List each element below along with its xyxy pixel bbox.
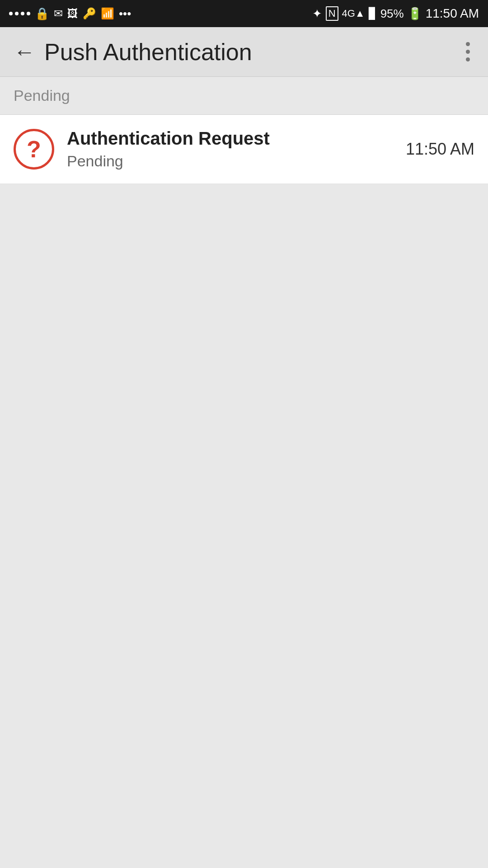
request-time: 11:50 AM (406, 140, 474, 159)
overflow-menu-button[interactable] (461, 38, 474, 66)
battery-percent: 95% (380, 7, 404, 21)
app-bar-left: ← Push Authentication (14, 38, 252, 66)
status-bar-right: ✦ N 4G▲ ▊ 95% 🔋 11:50 AM (312, 6, 479, 21)
question-mark-icon: ? (14, 129, 54, 170)
lock-icon: 🔒 (35, 7, 49, 21)
nfc-icon: N (326, 6, 338, 21)
request-info: Authentication Request Pending (67, 128, 270, 170)
overflow-dot-1 (466, 42, 470, 46)
more-dots: ••• (119, 7, 131, 21)
request-title: Authentication Request (67, 128, 270, 149)
wifi-icon: 📶 (101, 7, 114, 20)
question-mark-symbol: ? (27, 137, 41, 161)
page-title: Push Authentication (44, 38, 252, 66)
request-status-label: Pending (67, 152, 270, 170)
back-button[interactable]: ← (14, 39, 35, 64)
bluetooth-icon: ✦ (312, 7, 322, 21)
signal-icon: ▊ (369, 7, 377, 20)
status-bar: 🔒 ✉ 🖼 🔑 📶 ••• ✦ N 4G▲ ▊ 95% 🔋 11:50 AM (0, 0, 488, 27)
request-card-left: ? Authentication Request Pending (14, 128, 270, 170)
key-icon: 🔑 (83, 7, 96, 20)
overflow-dot-2 (466, 50, 470, 54)
section-header-label: Pending (14, 87, 70, 104)
section-header: Pending (0, 77, 488, 115)
main-content-area (0, 184, 488, 817)
battery-icon: 🔋 (408, 7, 422, 21)
app-bar: ← Push Authentication (0, 27, 488, 77)
authentication-request-card[interactable]: ? Authentication Request Pending 11:50 A… (0, 115, 488, 184)
gmail-icon: ✉ (54, 7, 63, 20)
overflow-dot-3 (466, 57, 470, 61)
notification-dots (9, 12, 30, 15)
network-icon: 4G▲ (342, 8, 365, 19)
status-bar-left: 🔒 ✉ 🖼 🔑 📶 ••• (9, 7, 131, 21)
image-icon: 🖼 (67, 7, 78, 20)
status-time: 11:50 AM (426, 6, 479, 21)
